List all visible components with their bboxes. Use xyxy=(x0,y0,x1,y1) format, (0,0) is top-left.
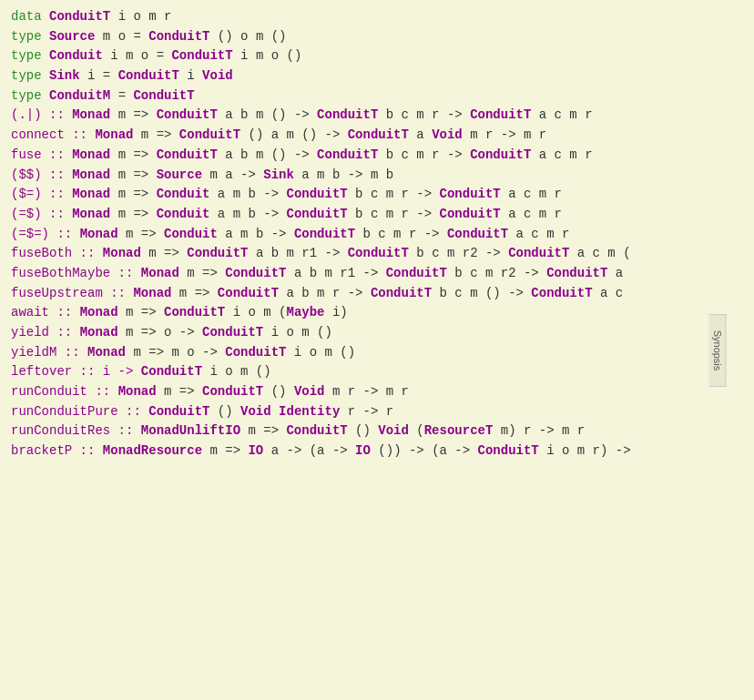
code-line: fuseBothMaybe :: Monad m => ConduitT a b… xyxy=(11,264,729,284)
code-line: (=$) :: Monad m => Conduit a m b -> Cond… xyxy=(11,205,729,225)
code-line: runConduitRes :: MonadUnliftIO m => Cond… xyxy=(11,421,729,441)
code-line: ($$) :: Monad m => Source m a -> Sink a … xyxy=(11,166,729,186)
code-line: yield :: Monad m => o -> ConduitT i o m … xyxy=(11,323,729,343)
code-line: data ConduitT i o m r xyxy=(11,7,729,27)
code-line: fuseUpstream :: Monad m => ConduitT a b … xyxy=(11,284,729,304)
code-line: fuse :: Monad m => ConduitT a b m () -> … xyxy=(11,146,729,166)
code-line: ($=) :: Monad m => Conduit a m b -> Cond… xyxy=(11,185,729,205)
code-line: connect :: Monad m => ConduitT () a m ()… xyxy=(11,126,729,146)
code-line: fuseBoth :: Monad m => ConduitT a b m r1… xyxy=(11,244,729,264)
code-line: (.|) :: Monad m => ConduitT a b m () -> … xyxy=(11,106,729,126)
code-line: await :: Monad m => ConduitT i o m (Mayb… xyxy=(11,303,729,323)
code-line: bracketP :: MonadResource m => IO a -> (… xyxy=(11,441,729,462)
code-line: runConduitPure :: ConduitT () Void Ident… xyxy=(11,402,729,422)
code-line: yieldM :: Monad m => m o -> ConduitT i o… xyxy=(11,343,729,363)
code-line: type Source m o = ConduitT () o m () xyxy=(11,27,729,47)
code-line: type Conduit i m o = ConduitT i m o () xyxy=(11,46,729,66)
code-line: type Sink i = ConduitT i Void xyxy=(11,66,729,86)
code-line: runConduit :: Monad m => ConduitT () Voi… xyxy=(11,382,729,402)
synopsis-tab[interactable]: Synopsis xyxy=(709,314,727,387)
code-line: type ConduitM = ConduitT xyxy=(11,86,729,107)
code-line: (=$=) :: Monad m => Conduit a m b -> Con… xyxy=(11,225,729,245)
code-line: leftover :: i -> ConduitT i o m () xyxy=(11,362,729,382)
code-panel: data ConduitT i o m rtype Source m o = C… xyxy=(0,0,739,700)
